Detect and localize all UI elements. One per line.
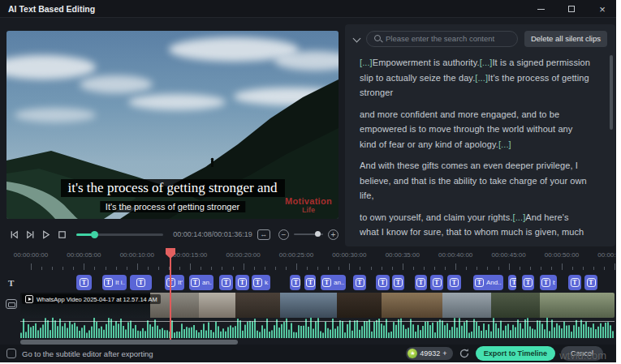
video-thumbnail [491,293,540,318]
subtitle-clip[interactable]: TAnd... [473,275,503,290]
fit-to-window-icon[interactable]: ↔ [257,229,270,240]
play-button[interactable] [38,227,54,242]
chevron-down-icon[interactable] [351,33,363,45]
subtitle-clip[interactable]: T [353,275,366,290]
subtitle-clip[interactable]: T [219,275,233,290]
app-window: AI Text Based Editing × it's the process… [0,0,616,362]
subtitle-clip[interactable]: T [130,275,152,290]
playhead-line[interactable] [170,248,171,340]
logo-line1: Motivation [285,197,332,207]
subtitle-clip[interactable]: T [376,275,390,290]
stop-button[interactable] [54,227,71,242]
seek-thumb[interactable] [91,231,98,238]
subtitle-clip[interactable]: T [568,275,581,290]
silence-marker[interactable]: [...] [513,212,526,222]
export-to-timeline-button[interactable]: Export to Timeline [476,346,555,361]
subtitle-clip[interactable]: T [430,275,443,290]
silence-marker[interactable]: [...] [360,58,373,67]
ruler-tick [137,263,138,270]
credits-badge[interactable]: ★ 49932 + [406,347,452,360]
silence-marker[interactable]: [...] [408,242,421,244]
ruler-tick [583,267,584,270]
timeline: 00:00:00:0000:00:05:0000:00:10:0000:00:1… [0,248,616,345]
ruler-tick [52,267,53,270]
subtitle-clip-t-icon: T [475,278,484,287]
credits-count: 49932 [420,349,440,358]
maximize-button[interactable] [563,2,580,16]
ruler-tick [275,267,276,270]
subtitle-clip-t-icon: T [510,278,516,287]
transcript-paragraph[interactable]: and more confident and more engaged, and… [360,107,590,152]
transcript-paragraph[interactable]: to own yourself, and claim your rights.[… [360,210,590,244]
subtitle-clip[interactable]: T [522,275,534,290]
transcript-scrollbar[interactable] [610,55,613,130]
minimize-button[interactable] [532,2,550,16]
subtitle-clip[interactable]: T [290,275,300,290]
ruler-tick [445,267,446,270]
subtitle-clip-label: It'... [178,279,183,286]
window-controls: × [532,0,611,18]
ruler-tick [222,267,222,270]
subtitle-clip[interactable]: Tb... [540,275,557,290]
transcript-text[interactable]: [...]Empowerment is authority.[...]It is… [360,55,590,243]
subtitle-clip[interactable]: Tk... [252,275,270,290]
silence-marker[interactable]: [...] [475,73,488,83]
seek-slider[interactable] [76,233,163,236]
subtitle-clip-t-icon: T [222,278,231,287]
search-icon [373,34,382,43]
ruler-tick [487,267,488,270]
ruler-tick [339,267,339,270]
coin-icon: ★ [408,349,417,358]
subtitle-clip[interactable]: Tan... [189,275,213,290]
ruler-tick [73,267,74,270]
subtitle-clip-t-icon: T [416,278,425,287]
subtitle-clip-label: b... [553,279,555,286]
subtitle-clip-label: It i... [115,279,125,286]
ruler-tick [190,263,191,270]
ruler-tick [562,263,563,270]
cancel-button[interactable]: Cancel [561,346,603,361]
ruler-tick [148,267,149,270]
transcript-paragraph[interactable]: [...]Empowerment is authority.[...]It is… [360,55,590,101]
subtitle-clip[interactable]: TIt i... [102,275,127,290]
subtitle-clip-t-icon: T [394,278,403,287]
subtitle-clip[interactable]: Tan... [321,275,346,290]
zoom-slider[interactable] [294,233,323,235]
timeline-ruler[interactable]: 00:00:00:0000:00:05:0000:00:10:0000:00:1… [0,248,616,272]
search-input[interactable] [386,34,511,43]
delete-all-silent-clips-button[interactable]: Delete all silent clips [524,31,607,47]
subtitle-editor-checkbox[interactable] [6,349,16,358]
subtitle-clip[interactable]: T [415,275,427,290]
silence-marker[interactable]: [...] [480,58,493,67]
audio-waveform[interactable] [20,317,615,338]
transcript-paragraph[interactable]: And with these gifts comes an even deepe… [360,158,590,203]
search-box[interactable] [366,31,518,47]
zoom-out-icon[interactable]: − [278,229,289,240]
subtitle-clip-t-icon: T [356,278,364,287]
subtitle-clip[interactable]: TIt'... [165,275,184,290]
subtitle-clip-t-icon: T [571,278,580,287]
refresh-icon[interactable] [459,348,470,359]
close-button[interactable]: × [593,2,611,16]
silence-marker[interactable]: [...] [498,139,511,149]
subtitle-clip[interactable]: T [447,275,461,290]
subtitle-clip[interactable]: T [584,275,597,290]
title-bar: AI Text Based Editing × [0,0,616,18]
subtitle-clip[interactable]: T [392,275,404,290]
ruler-tick [551,267,552,270]
subtitle-clip[interactable]: T [76,275,92,290]
next-frame-button[interactable] [23,227,39,242]
ruler-label: 00:00:30:00 [332,251,366,259]
video-track-icon[interactable] [6,299,17,309]
ruler-tick [41,267,42,270]
ruler-tick [116,267,117,270]
subtitle-clip[interactable]: T [304,275,316,290]
video-preview[interactable]: it's the process of getting stronger and… [6,31,339,219]
subtitle-clip[interactable]: T [235,275,249,290]
ruler-label: 00:00:25:00 [279,251,313,259]
zoom-slider-thumb[interactable] [315,231,321,237]
zoom-in-icon[interactable]: + [328,229,339,240]
subtitle-clip[interactable]: T [508,275,516,290]
previous-frame-button[interactable] [6,227,23,242]
subtitle-clip-t-icon: T [524,278,533,287]
